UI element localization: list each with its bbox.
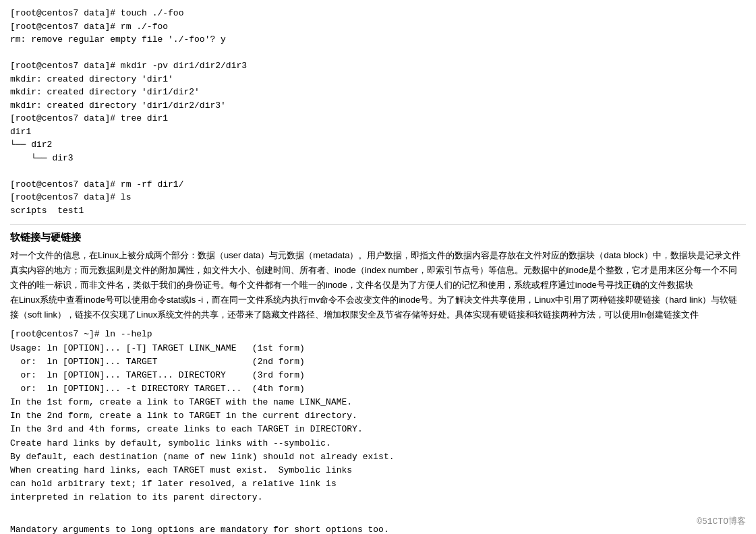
options-table: Mandatory arguments to long options are … (10, 523, 746, 534)
terminal-block-2: [root@centos7 ~]# ln --help Usage: ln [O… (10, 328, 746, 518)
options-header-row: Mandatory arguments to long options are … (10, 523, 746, 534)
section-title: 软链接与硬链接 (10, 231, 746, 244)
watermark: ©51CTO博客 (697, 515, 746, 527)
options-header-text: Mandatory arguments to long options are … (10, 523, 401, 534)
page-container: [root@centos7 data]# touch ./-foo [root@… (0, 0, 756, 534)
section-text: 对一个文件的信息，在Linux上被分成两个部分：数据（user data）与元数… (10, 248, 746, 322)
terminal-block-1: [root@centos7 data]# touch ./-foo [root@… (10, 7, 746, 217)
section-divider (10, 224, 746, 225)
